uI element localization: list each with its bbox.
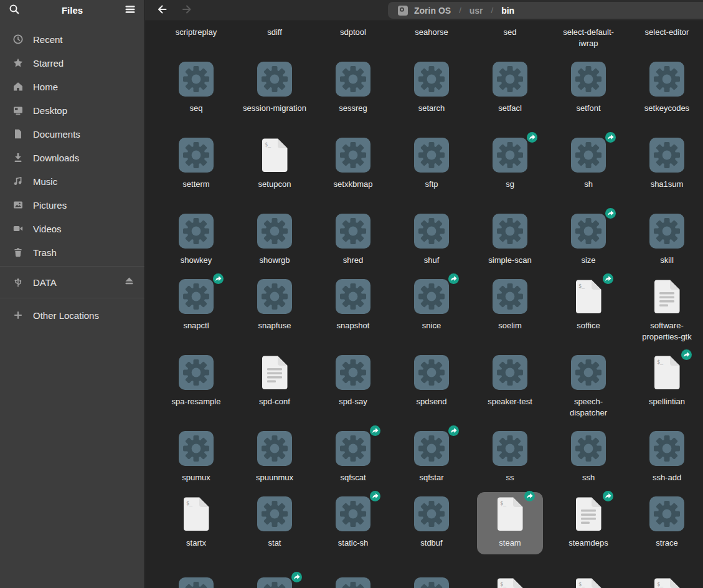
text-file-icon (653, 279, 682, 314)
file-item[interactable]: static-sh (314, 492, 392, 573)
sidebar-item-videos[interactable]: Videos (0, 217, 144, 240)
file-item[interactable]: sdptool (314, 21, 392, 57)
file-item[interactable]: snapshot (314, 275, 392, 351)
file-item[interactable]: scriptreplay (157, 21, 235, 57)
file-item[interactable]: sed (471, 21, 549, 57)
file-item[interactable]: ssh (549, 427, 628, 492)
sidebar-item-other-locations[interactable]: Other Locations (0, 300, 144, 330)
file-item[interactable]: sqfstar (392, 427, 471, 492)
file-item[interactable]: select-editor (628, 21, 703, 57)
file-item[interactable]: spd-conf (235, 351, 314, 427)
file-item[interactable]: $_ (628, 573, 703, 588)
file-item[interactable]: $_ spellintian (628, 351, 703, 427)
gear-executable-icon (649, 496, 684, 531)
file-item[interactable]: spuunmux (235, 427, 314, 492)
file-item[interactable] (235, 573, 314, 588)
file-item[interactable]: snapfuse (235, 275, 314, 351)
breadcrumb-segment-usr[interactable]: usr (469, 6, 483, 16)
file-item[interactable]: software-properties-gtk (628, 275, 703, 351)
file-item[interactable]: shred (314, 209, 392, 275)
file-item[interactable]: $_ (549, 573, 628, 588)
file-item[interactable]: $_ startx (157, 492, 235, 573)
file-item[interactable]: setkeycodes (628, 57, 703, 133)
sidebar-item-data-drive[interactable]: DATA (0, 268, 144, 296)
file-item[interactable]: shuf (392, 209, 471, 275)
file-tile: snapshot (320, 275, 386, 337)
file-item[interactable]: ssh-add (628, 427, 703, 492)
file-item[interactable]: setxkbmap (314, 133, 392, 209)
sidebar-item-pictures[interactable]: Pictures (0, 193, 144, 217)
gear-executable-icon (493, 138, 527, 173)
file-item[interactable]: sessreg (314, 57, 392, 133)
search-button[interactable] (6, 2, 22, 19)
file-item[interactable]: spdsend (392, 351, 471, 427)
sidebar-item-music[interactable]: Music (0, 169, 144, 193)
file-item[interactable]: spumux (157, 427, 235, 492)
file-item[interactable]: speaker-test (471, 351, 549, 427)
file-tile: setxkbmap (320, 133, 386, 196)
file-item[interactable]: sftp (392, 133, 471, 209)
file-item[interactable] (314, 573, 392, 588)
file-tile: $_ (555, 573, 621, 588)
file-item[interactable]: size (549, 209, 628, 275)
file-item[interactable]: stdbuf (392, 492, 471, 573)
eject-button[interactable] (122, 275, 136, 289)
sidebar-item-starred[interactable]: Starred (0, 51, 144, 75)
file-item[interactable]: steamdeps (549, 492, 628, 573)
file-item[interactable]: simple-scan (471, 209, 549, 275)
file-item[interactable]: sha1sum (628, 133, 703, 209)
file-item[interactable]: stat (235, 492, 314, 573)
file-item[interactable]: sqfscat (314, 427, 392, 492)
file-item[interactable]: spd-say (314, 351, 392, 427)
gear-executable-icon (336, 138, 370, 173)
sidebar-item-documents[interactable]: Documents (0, 122, 144, 146)
file-item[interactable]: $_ setupcon (235, 133, 314, 209)
file-item[interactable]: strace (628, 492, 703, 573)
breadcrumb-current[interactable]: bin (501, 6, 514, 16)
file-name: setfont (576, 103, 600, 114)
file-item[interactable]: snice (392, 275, 471, 351)
sidebar-item-downloads[interactable]: Downloads (0, 146, 144, 169)
sidebar-item-home[interactable]: Home (0, 75, 144, 98)
file-item[interactable]: $_ soffice (549, 275, 628, 351)
gear-executable-icon (179, 431, 214, 466)
file-item[interactable]: spa-resample (157, 351, 235, 427)
breadcrumb-root[interactable]: Zorin OS (414, 6, 451, 16)
file-item[interactable]: seq (157, 57, 235, 133)
menu-button[interactable] (122, 2, 138, 19)
file-item[interactable]: setfont (549, 57, 628, 133)
file-item[interactable]: sh (549, 133, 628, 209)
file-item[interactable]: setterm (157, 133, 235, 209)
file-item[interactable]: sdiff (235, 21, 314, 57)
file-item[interactable]: setarch (392, 57, 471, 133)
file-item[interactable] (392, 573, 471, 588)
back-button[interactable] (154, 2, 170, 19)
file-item[interactable]: $_ (471, 573, 549, 588)
file-item[interactable] (157, 573, 235, 588)
file-item[interactable]: $_ steam (471, 492, 549, 573)
sidebar-item-trash[interactable]: Trash (0, 240, 144, 264)
svg-text:$_: $_ (186, 500, 193, 506)
file-item[interactable]: snapctl (157, 275, 235, 351)
file-item[interactable]: seahorse (392, 21, 471, 57)
sidebar-item-recent[interactable]: Recent (0, 27, 144, 51)
file-item[interactable]: showkey (157, 209, 235, 275)
file-item[interactable]: ss (471, 427, 549, 492)
forward-button[interactable] (179, 2, 195, 19)
sidebar-item-label: Documents (33, 129, 80, 140)
file-item[interactable]: sg (471, 133, 549, 209)
file-item[interactable]: soelim (471, 275, 549, 351)
sidebar-item-label: Desktop (33, 105, 67, 116)
file-item[interactable]: showrgb (235, 209, 314, 275)
forward-arrow-icon (181, 4, 193, 17)
file-name: spd-conf (259, 396, 290, 407)
hamburger-menu-icon (125, 4, 136, 17)
file-item[interactable]: speech-dispatcher (549, 351, 628, 427)
file-item[interactable]: skill (628, 209, 703, 275)
file-item[interactable]: setfacl (471, 57, 549, 133)
sidebar-item-desktop[interactable]: Desktop (0, 98, 144, 122)
file-item[interactable]: select-default-iwrap (549, 21, 628, 57)
file-tile: $_ spellintian (634, 351, 700, 413)
file-item[interactable]: session-migration (235, 57, 314, 133)
symlink-emblem-icon (448, 425, 459, 436)
